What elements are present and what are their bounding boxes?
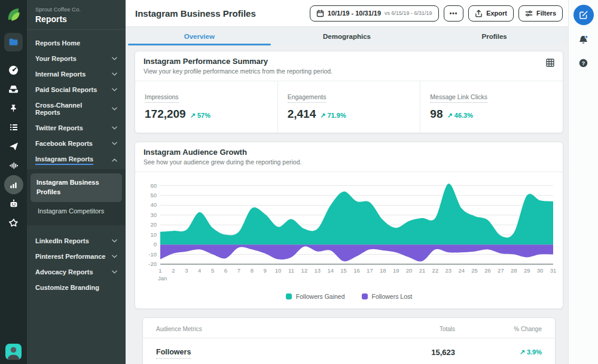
audience-growth-header: Instagram Audience Growth See how your a… xyxy=(135,142,563,172)
help-icon[interactable]: ? xyxy=(578,58,588,71)
dashboard-gauge-icon[interactable] xyxy=(0,60,27,79)
sprout-logo-icon[interactable] xyxy=(0,3,27,26)
svg-text:28: 28 xyxy=(511,267,517,274)
report-tabs: Overview Demographics Profiles xyxy=(126,27,568,45)
reports-sidebar: Sprout Coffee Co. Reports Reports Home Y… xyxy=(27,0,126,364)
svg-text:14: 14 xyxy=(327,267,334,274)
sidebar-item-label: Twitter Reports xyxy=(35,124,83,131)
paper-plane-icon[interactable] xyxy=(0,137,27,156)
sidebar-item-facebook-reports[interactable]: Facebook Reports xyxy=(27,136,126,151)
date-compare-value: vs 6/15/19 - 6/31/19 xyxy=(385,10,432,16)
audience-growth-title: Instagram Audience Growth xyxy=(144,148,554,157)
metric-label[interactable]: Impressions xyxy=(145,93,179,103)
svg-text:31: 31 xyxy=(550,267,557,274)
sidebar-item-instagram-reports[interactable]: Instagram Reports xyxy=(27,151,126,169)
chevron-down-icon xyxy=(112,142,117,145)
more-options-button[interactable]: ••• xyxy=(444,5,464,22)
svg-text:7: 7 xyxy=(237,267,240,274)
chevron-up-icon xyxy=(112,158,117,162)
tab-overview[interactable]: Overview xyxy=(126,27,273,45)
sidebar-item-paid-social-reports[interactable]: Paid Social Reports xyxy=(27,82,126,97)
performance-summary-header: Instagram Performance Summary View your … xyxy=(135,51,563,81)
sidebar-item-label: Pinterest Performance xyxy=(35,253,105,260)
row-change: ↗ 3.9% xyxy=(455,348,542,356)
audio-wave-icon[interactable] xyxy=(0,156,27,175)
svg-text:23: 23 xyxy=(446,267,452,274)
sidebar-item-reports-home[interactable]: Reports Home xyxy=(27,35,126,51)
svg-text:0: 0 xyxy=(154,241,157,247)
metric-change: ↗ 57% xyxy=(190,112,210,120)
svg-text:24: 24 xyxy=(458,267,465,274)
svg-text:1: 1 xyxy=(158,267,161,274)
audience-growth-chart-area: 6050403020100-10-20123456789101112131415… xyxy=(135,172,563,289)
svg-text:50: 50 xyxy=(150,192,157,198)
svg-text:25: 25 xyxy=(471,267,478,274)
sidebar-item-your-reports[interactable]: Your Reports xyxy=(27,51,126,66)
sidebar-item-pinterest-performance[interactable]: Pinterest Performance xyxy=(27,249,126,264)
notifications-bell-icon[interactable] xyxy=(578,35,589,48)
icon-rail xyxy=(0,0,27,364)
svg-text:10: 10 xyxy=(275,267,282,274)
summary-metrics: Impressions 172,209 ↗ 57% Engagements 2,… xyxy=(135,81,563,133)
followers-gained-swatch xyxy=(286,293,292,299)
star-icon[interactable] xyxy=(0,213,27,233)
svg-text:4: 4 xyxy=(198,267,201,274)
date-range-button[interactable]: 10/1/19 - 10/31/19 vs 6/15/19 - 6/31/19 xyxy=(310,5,439,22)
metric-value: 2,414 xyxy=(288,108,316,121)
reports-bar-chart-icon[interactable] xyxy=(0,175,27,194)
metric-label[interactable]: Engagements xyxy=(288,93,327,103)
sidebar-item-twitter-reports[interactable]: Twitter Reports xyxy=(27,120,126,136)
svg-text:22: 22 xyxy=(432,267,439,274)
legend-followers-gained[interactable]: Followers Gained xyxy=(286,293,345,300)
chevron-down-icon xyxy=(112,107,117,111)
svg-text:17: 17 xyxy=(367,267,373,274)
metric-impressions: Impressions 172,209 ↗ 57% xyxy=(135,81,277,133)
sidebar-item-instagram-business-profiles[interactable]: Instagram Business Profiles xyxy=(30,173,122,202)
tab-demographics[interactable]: Demographics xyxy=(273,27,421,45)
audience-growth-chart: 6050403020100-10-20123456789101112131415… xyxy=(140,176,558,287)
svg-text:27: 27 xyxy=(498,267,504,274)
sidebar-item-advocacy-reports[interactable]: Advocacy Reports xyxy=(27,264,126,280)
legend-followers-lost[interactable]: Followers Lost xyxy=(362,293,413,300)
sidebar-item-cross-channel-reports[interactable]: Cross-Channel Reports xyxy=(27,97,126,120)
sidebar-item-label: Reports Home xyxy=(35,39,80,47)
inbox-icon[interactable] xyxy=(0,79,27,99)
sidebar-item-instagram-competitors[interactable]: Instagram Competitors xyxy=(27,202,126,220)
table-view-icon[interactable] xyxy=(546,59,554,69)
compose-button[interactable] xyxy=(573,5,594,25)
sidebar-item-internal-reports[interactable]: Internal Reports xyxy=(27,66,126,82)
sidebar-item-linkedin-reports[interactable]: LinkedIn Reports xyxy=(27,233,126,249)
chevron-down-icon xyxy=(112,88,117,91)
svg-text:?: ? xyxy=(582,60,585,66)
table-header-audience-metrics: Audience Metrics xyxy=(156,326,383,332)
svg-text:16: 16 xyxy=(353,267,360,274)
svg-text:18: 18 xyxy=(380,267,386,274)
export-button[interactable]: Export xyxy=(468,5,514,22)
svg-text:20: 20 xyxy=(406,267,413,274)
export-icon xyxy=(475,10,483,17)
sidebar-item-label: Cross-Channel Reports xyxy=(35,102,108,116)
svg-text:10: 10 xyxy=(150,231,157,238)
report-header: Instagram Business Profiles 10/1/19 - 10… xyxy=(126,0,568,27)
tab-profiles[interactable]: Profiles xyxy=(420,27,568,45)
export-label: Export xyxy=(486,10,507,17)
table-header-totals: Totals xyxy=(383,326,455,332)
metric-label[interactable]: Message Link Clicks xyxy=(430,93,487,103)
bot-icon[interactable] xyxy=(0,194,27,213)
user-avatar[interactable] xyxy=(5,344,22,360)
row-metric-followers[interactable]: Followers xyxy=(156,348,191,359)
pin-icon[interactable] xyxy=(0,99,27,118)
sidebar-item-customize-branding[interactable]: Customize Branding xyxy=(27,280,126,295)
performance-summary-card: Instagram Performance Summary View your … xyxy=(135,51,563,133)
sidebar-item-label: Your Reports xyxy=(35,55,77,62)
filters-button[interactable]: Filters xyxy=(518,5,563,22)
page-title: Instagram Business Profiles xyxy=(135,8,305,19)
table-header-change: % Change xyxy=(455,326,542,332)
chevron-down-icon xyxy=(112,126,117,130)
metric-change: ↗ 46.3% xyxy=(447,112,472,120)
list-icon[interactable] xyxy=(0,118,27,137)
reports-folder-icon[interactable] xyxy=(4,33,23,51)
filters-label: Filters xyxy=(536,10,556,17)
svg-text:60: 60 xyxy=(150,182,157,189)
legend-label: Followers Lost xyxy=(372,293,413,300)
